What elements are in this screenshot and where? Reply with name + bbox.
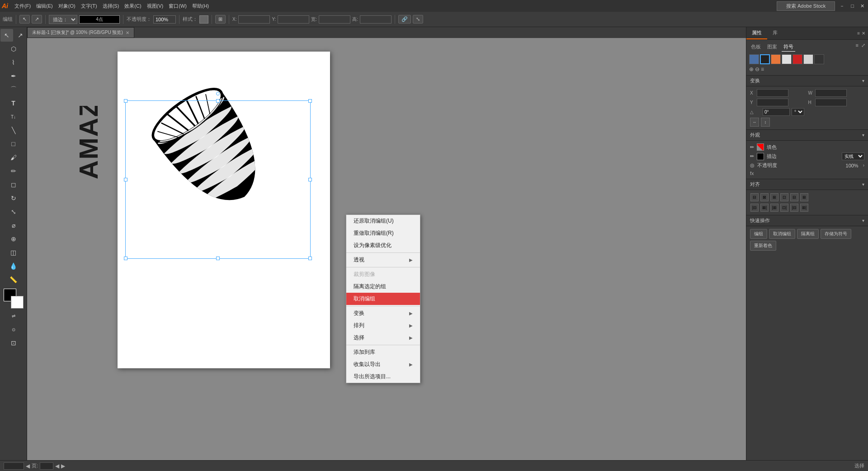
opacity-value[interactable]: 100% bbox=[846, 163, 859, 168]
opacity-expand-btn[interactable]: › bbox=[863, 163, 864, 168]
tab-close-btn[interactable]: ✕ bbox=[126, 30, 129, 35]
ctx-select[interactable]: 选择 ▶ bbox=[346, 332, 420, 344]
menu-text[interactable]: 文字(T) bbox=[78, 2, 100, 10]
width-field[interactable]: 188.395 bbox=[319, 15, 350, 24]
panel-close-btn[interactable]: ✕ bbox=[862, 31, 865, 36]
height-field[interactable]: 155.716 bbox=[360, 15, 392, 24]
link-proportions-btn[interactable]: 🔗 bbox=[398, 15, 411, 24]
pen-tool[interactable]: ✒ bbox=[7, 70, 20, 82]
ctx-add-to-library[interactable]: 添加到库 bbox=[346, 346, 420, 358]
handle-br[interactable] bbox=[308, 257, 312, 260]
color-delete-btn[interactable]: ⊖ bbox=[755, 66, 760, 72]
stroke-dropdown[interactable]: 描边： bbox=[49, 15, 77, 24]
quick-actions-header[interactable]: 快速操作 ▾ bbox=[746, 215, 868, 226]
menu-window[interactable]: 窗口(W) bbox=[166, 2, 189, 10]
x-field[interactable]: 108.831 bbox=[238, 15, 270, 24]
ctx-ungroup[interactable]: 取消编组 bbox=[346, 293, 420, 305]
swatch-silver[interactable] bbox=[803, 54, 813, 64]
appearance-section-header[interactable]: 外观 ▾ bbox=[746, 130, 868, 141]
swatch-tab[interactable]: 色板 bbox=[749, 43, 763, 52]
paintbrush-tool[interactable]: 🖌 bbox=[7, 151, 20, 164]
menu-file[interactable]: 文件(F) bbox=[12, 2, 33, 10]
opacity-input[interactable] bbox=[153, 15, 176, 24]
ctx-export-selection[interactable]: 导出所选项目... bbox=[346, 371, 420, 383]
handle-bm[interactable] bbox=[216, 257, 220, 260]
symbol-tab[interactable]: 符号 bbox=[782, 43, 795, 52]
line-tool[interactable]: ╲ bbox=[7, 124, 20, 137]
zoom-input[interactable]: 100% bbox=[4, 462, 24, 470]
align-left-btn[interactable]: ⊟ bbox=[750, 193, 759, 201]
pencil-tool[interactable]: ✏ bbox=[7, 165, 20, 177]
screen-mode-btn[interactable]: ⊡ bbox=[7, 337, 20, 349]
align-top-btn[interactable]: ⊡ bbox=[780, 193, 788, 201]
page-prev-btn[interactable]: ◀ bbox=[55, 463, 59, 469]
dist-left-btn[interactable]: |⊟ bbox=[750, 204, 759, 212]
qa-recolor-btn[interactable]: 重新着色 bbox=[750, 241, 776, 251]
menu-edit[interactable]: 编辑(E) bbox=[33, 2, 56, 10]
select-tool-btn[interactable]: ↖ bbox=[19, 15, 30, 24]
panel-menu-btn[interactable]: ≡ bbox=[857, 31, 860, 36]
fx-label[interactable]: fx bbox=[750, 171, 864, 176]
swatch-blue[interactable] bbox=[749, 54, 759, 64]
color-panel-expand[interactable]: ⤢ bbox=[861, 43, 865, 52]
direct-select-tool[interactable]: ↗ bbox=[14, 29, 27, 42]
dist-top-btn[interactable]: ⊡| bbox=[780, 204, 788, 212]
align-bottom-btn[interactable]: ⊞ bbox=[800, 193, 808, 201]
tab-library[interactable]: 库 bbox=[767, 27, 783, 39]
dist-center-v-btn[interactable]: |⊟ bbox=[790, 204, 798, 212]
pattern-tab[interactable]: 图案 bbox=[765, 43, 779, 52]
menu-view[interactable]: 视图(V) bbox=[144, 2, 166, 10]
page-input[interactable]: 1 bbox=[40, 462, 53, 470]
handle-tr[interactable] bbox=[308, 99, 312, 103]
curvature-tool[interactable]: ⌒ bbox=[7, 83, 20, 96]
dist-right-btn[interactable]: |⊞ bbox=[770, 204, 778, 212]
transform-w-input[interactable]: 188.395 bbox=[815, 89, 847, 97]
rect-tool[interactable]: □ bbox=[7, 138, 20, 150]
zoom-prev-btn[interactable]: ◀ bbox=[26, 463, 30, 469]
stroke-edit-btn[interactable]: ✏ bbox=[750, 153, 754, 159]
align-right-btn[interactable]: ⊞ bbox=[770, 193, 778, 201]
angle-input[interactable] bbox=[763, 108, 790, 116]
draw-mode-btn[interactable]: ⊙ bbox=[7, 323, 20, 336]
gradient-tool[interactable]: ◫ bbox=[7, 246, 20, 259]
align-section-header[interactable]: 对齐 ▾ bbox=[746, 179, 868, 190]
dist-bottom-btn[interactable]: ⊞| bbox=[800, 204, 808, 212]
swatch-orange[interactable] bbox=[771, 54, 781, 64]
align-center-h-btn[interactable]: ⊠ bbox=[760, 193, 769, 201]
qa-save-symbol-btn[interactable]: 存储为符号 bbox=[821, 229, 851, 239]
close-btn[interactable]: ✕ bbox=[859, 2, 866, 10]
ctx-isolate-group[interactable]: 隔离选定的组 bbox=[346, 281, 420, 293]
minimize-btn[interactable]: － bbox=[838, 2, 846, 10]
search-box[interactable]: 搜索 Adobe Stock bbox=[777, 1, 835, 11]
shape-builder-tool[interactable]: ⊕ bbox=[7, 233, 20, 245]
eraser-tool[interactable]: ◻ bbox=[7, 178, 20, 191]
stroke-color-box[interactable] bbox=[757, 153, 764, 160]
rotate-tool[interactable]: ↻ bbox=[7, 192, 20, 205]
angle-select[interactable]: ° bbox=[792, 108, 804, 116]
menu-effect[interactable]: 效果(C) bbox=[122, 2, 144, 10]
magic-wand-tool[interactable]: ⬡ bbox=[7, 43, 20, 55]
menu-select[interactable]: 选择(S) bbox=[100, 2, 122, 10]
color-add-btn[interactable]: ⊕ bbox=[749, 66, 754, 72]
background-color[interactable] bbox=[11, 296, 24, 309]
swatch-red[interactable] bbox=[793, 54, 802, 64]
handle-mr[interactable] bbox=[308, 178, 312, 181]
touch-type-tool[interactable]: T↓ bbox=[7, 110, 20, 123]
page-next-btn[interactable]: ▶ bbox=[61, 463, 65, 469]
canvas-area[interactable]: AMAZING bbox=[27, 38, 746, 460]
select-tool[interactable]: ↖ bbox=[0, 29, 13, 42]
menu-object[interactable]: 对象(O) bbox=[56, 2, 78, 10]
color-panel-menu[interactable]: ≡ bbox=[856, 43, 859, 52]
align-center-v-btn[interactable]: ⊟ bbox=[790, 193, 798, 201]
ctx-transform[interactable]: 变换 ▶ bbox=[346, 307, 420, 319]
style-box[interactable] bbox=[199, 15, 208, 24]
dist-center-h-btn[interactable]: ⊠| bbox=[760, 204, 769, 212]
fill-color-box[interactable] bbox=[757, 143, 764, 151]
qa-isolate-btn[interactable]: 隔离组 bbox=[797, 229, 819, 239]
flip-v-btn[interactable]: ↕ bbox=[761, 118, 770, 127]
tab-properties[interactable]: 属性 bbox=[746, 27, 767, 39]
qa-ungroup-btn[interactable]: 取消编组 bbox=[769, 229, 795, 239]
measure-tool[interactable]: 📏 bbox=[7, 273, 20, 286]
stroke-type-select[interactable]: 实线 bbox=[842, 152, 864, 160]
transform-h-input[interactable]: 155.716 bbox=[815, 99, 847, 106]
